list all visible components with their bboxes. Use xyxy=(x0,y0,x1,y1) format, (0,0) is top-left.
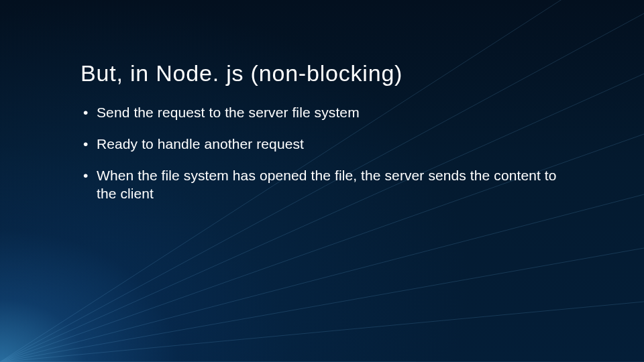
svg-line-4 xyxy=(0,194,644,362)
slide-title: But, in Node. js (non-blocking) xyxy=(80,60,590,86)
slide: But, in Node. js (non-blocking) Send the… xyxy=(0,0,644,362)
slide-content: But, in Node. js (non-blocking) Send the… xyxy=(80,60,590,217)
list-item: Send the request to the server file syst… xyxy=(80,104,566,122)
list-item: Ready to handle another request xyxy=(80,135,566,154)
svg-line-6 xyxy=(0,302,644,362)
bullet-list: Send the request to the server file syst… xyxy=(80,104,590,203)
svg-line-5 xyxy=(0,248,644,362)
list-item: When the file system has opened the file… xyxy=(80,167,566,203)
